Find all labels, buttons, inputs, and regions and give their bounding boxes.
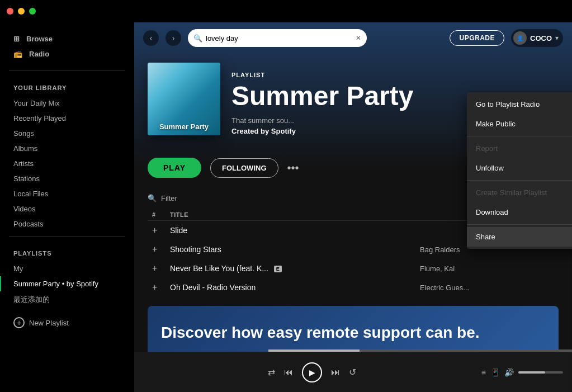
menu-separator-2 [467, 180, 572, 181]
track-name: Shooting Stars [170, 245, 420, 254]
new-playlist-button[interactable]: + New Playlist [0, 313, 134, 333]
sidebar: ⊞ Browse 📻 Radio YOUR LIBRARY Your Daily… [0, 22, 134, 392]
sidebar-item-podcasts[interactable]: Podcasts [0, 216, 134, 232]
queue-icon[interactable]: ≡ [481, 368, 486, 377]
radio-icon: 📻 [13, 50, 22, 58]
plus-circle-icon: + [13, 317, 25, 328]
sidebar-item-stations[interactable]: Stations [0, 171, 134, 186]
upgrade-button[interactable]: UPGRADE [450, 30, 504, 46]
sidebar-divider-1 [9, 70, 125, 71]
search-icon: 🔍 [193, 34, 202, 42]
topbar-right: UPGRADE 👤 COCO ▾ [450, 29, 563, 47]
explicit-badge: E [274, 266, 282, 272]
filter-icon: 🔍 [148, 194, 157, 202]
sidebar-item-recently-added[interactable]: 最近添加的 [0, 291, 134, 308]
play-button[interactable]: PLAY [148, 158, 201, 178]
col-title: TITLE [170, 211, 420, 218]
play-pause-button[interactable]: ▶ [302, 362, 322, 382]
volume-icon[interactable]: 🔊 [504, 368, 514, 377]
playlist-art-overlay-text: Summer Party [148, 122, 220, 131]
add-track-icon[interactable]: + [152, 263, 170, 273]
add-track-icon[interactable]: + [152, 282, 170, 292]
menu-item-make-public[interactable]: Make Public [467, 114, 572, 134]
maximize-button[interactable] [29, 8, 36, 15]
sidebar-item-daily-mix[interactable]: Your Daily Mix [0, 96, 134, 111]
sidebar-item-radio[interactable]: 📻 Radio [9, 46, 125, 62]
minimize-button[interactable] [18, 8, 25, 15]
player-right-controls: ≡ 📱 🔊 [481, 368, 563, 377]
player-controls: ⇄ ⏮ ▶ ⏭ ↺ [143, 362, 481, 382]
promo-banner: Discover how easy remote support can be. [148, 306, 559, 352]
sidebar-nav: ⊞ Browse 📻 Radio [0, 27, 134, 66]
sidebar-item-artists[interactable]: Artists [0, 156, 134, 171]
titlebar [0, 0, 572, 22]
track-name: Oh Devil - Radio Version [170, 283, 420, 292]
following-button[interactable]: FOLLOWING [210, 158, 278, 178]
user-menu-button[interactable]: 👤 COCO ▾ [511, 29, 563, 47]
player-bar: ⇄ ⏮ ▶ ⏭ ↺ ≡ 📱 🔊 [134, 352, 572, 392]
sidebar-item-albums[interactable]: Albums [0, 141, 134, 156]
search-clear-icon[interactable]: ✕ [356, 34, 361, 42]
content-area: ‹ › 🔍 ✕ UPGRADE 👤 COCO ▾ [134, 22, 572, 392]
context-menu-playlist: Go to Playlist Radio Make Public Report … [467, 92, 572, 249]
more-options-button[interactable]: ••• [287, 162, 299, 173]
devices-icon[interactable]: 📱 [490, 368, 500, 377]
shuffle-button[interactable]: ⇄ [268, 367, 275, 377]
browse-icon: ⊞ [13, 35, 20, 43]
search-bar: 🔍 ✕ [188, 29, 367, 47]
playback-progress-fill [268, 350, 360, 352]
add-track-icon[interactable]: + [152, 225, 170, 235]
menu-item-report: Report [467, 139, 572, 158]
sidebar-item-summer-party[interactable]: Summer Party • by Spotify [0, 276, 134, 291]
sidebar-item-recently-played[interactable]: Recently Played [0, 111, 134, 126]
track-name: Slide [170, 226, 420, 235]
track-name: Never Be Like You (feat. K... E [170, 264, 420, 273]
table-row[interactable]: + Never Be Like You (feat. K... E Flume,… [148, 259, 559, 278]
topbar: ‹ › 🔍 ✕ UPGRADE 👤 COCO ▾ [134, 22, 572, 54]
add-track-icon[interactable]: + [152, 244, 170, 254]
table-row[interactable]: + Oh Devil - Radio Version Electric Gues… [148, 278, 559, 297]
search-input[interactable] [206, 34, 352, 42]
sidebar-item-browse[interactable]: ⊞ Browse [9, 31, 125, 46]
sidebar-item-my-playlist[interactable]: My [0, 261, 134, 276]
previous-button[interactable]: ⏮ [284, 367, 293, 377]
menu-item-create-similar: Create Similar Playlist [467, 183, 572, 202]
sidebar-item-videos[interactable]: Videos [0, 201, 134, 216]
track-artist: Flume, Kai [420, 265, 532, 273]
menu-item-unfollow[interactable]: Unfollow [467, 158, 572, 178]
volume-fill [518, 371, 545, 374]
chevron-down-icon: ▾ [555, 34, 559, 42]
volume-slider[interactable] [518, 371, 563, 374]
repeat-button[interactable]: ↺ [349, 367, 356, 377]
forward-button[interactable]: › [166, 30, 181, 46]
sidebar-divider-2 [9, 236, 125, 237]
playlist-art: Summer Party [148, 63, 220, 135]
playback-progress-bar[interactable] [268, 350, 572, 352]
menu-item-share[interactable]: Share › [467, 227, 572, 247]
playlist-type-label: PLAYLIST [231, 72, 559, 78]
col-hash: # [152, 211, 170, 218]
menu-separator [467, 136, 572, 136]
close-button[interactable] [7, 8, 13, 15]
user-name-label: COCO [530, 34, 552, 42]
menu-separator-3 [467, 224, 572, 225]
filter-label: Filter [161, 194, 177, 202]
menu-item-download[interactable]: Download [467, 202, 572, 222]
your-library-section: YOUR LIBRARY [0, 75, 134, 96]
sidebar-item-local-files[interactable]: Local Files [0, 186, 134, 201]
sidebar-item-songs[interactable]: Songs [0, 126, 134, 141]
app-body: ⊞ Browse 📻 Radio YOUR LIBRARY Your Daily… [0, 22, 572, 392]
back-button[interactable]: ‹ [143, 30, 159, 46]
avatar: 👤 [513, 31, 527, 45]
next-button[interactable]: ⏭ [331, 367, 340, 377]
track-artist: Electric Gues... [420, 284, 532, 292]
menu-item-go-to-radio[interactable]: Go to Playlist Radio [467, 95, 572, 114]
playlists-section: PLAYLISTS [0, 241, 134, 261]
